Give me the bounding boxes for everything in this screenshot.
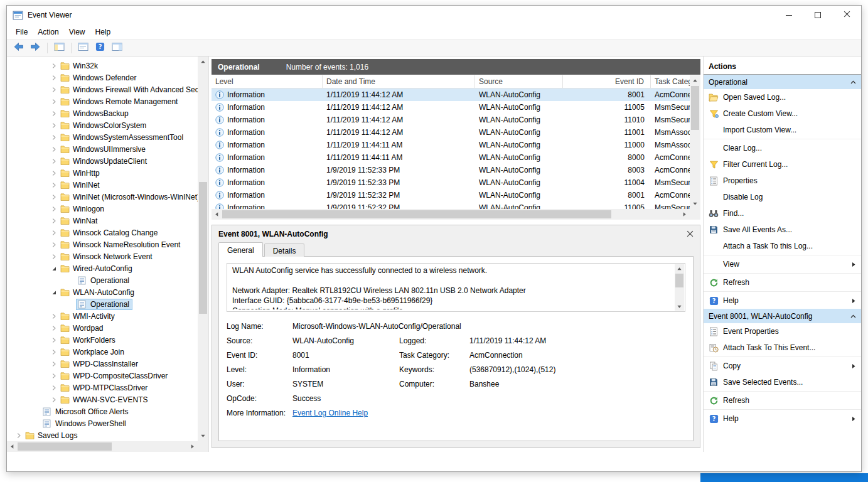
tree-item-row[interactable]: WinINet [58, 179, 103, 191]
tree-item[interactable]: Operational [7, 274, 198, 286]
chevron-collapsed-icon[interactable] [50, 397, 58, 403]
chevron-collapsed-icon[interactable] [14, 432, 23, 439]
action-save-selected-events[interactable]: Save Selected Events... [704, 374, 861, 390]
tree-item[interactable]: Saved Logs [7, 429, 198, 441]
tree-item-row[interactable]: Windows Defender [58, 72, 139, 83]
scroll-down-icon[interactable] [690, 198, 700, 209]
actions-section-event-8001-wlan-autoconfig[interactable]: Event 8001, WLAN-AutoConfig [704, 309, 861, 323]
scroll-right-icon[interactable] [187, 441, 198, 452]
tree-item[interactable]: WinINet [7, 179, 198, 191]
tree-item[interactable]: Wordpad [7, 322, 198, 334]
action-clear-log[interactable]: Clear Log... [704, 140, 861, 156]
tree-item[interactable]: WorkFolders [7, 334, 198, 346]
toolbar-help-button[interactable]: ? [92, 41, 108, 55]
scrollbar-thumb[interactable] [222, 210, 611, 218]
action-properties[interactable]: Properties [704, 173, 861, 189]
tree-item-row[interactable]: WindowsSystemAssessmentTool [58, 132, 186, 143]
minimize-button[interactable] [774, 6, 803, 24]
scroll-down-icon[interactable] [198, 431, 208, 441]
chevron-collapsed-icon[interactable] [50, 242, 58, 248]
column-header-event-id[interactable]: Event ID [563, 75, 651, 88]
tree-item-row[interactable]: Wordpad [58, 323, 106, 334]
tree-item-row[interactable]: Wired-AutoConfig [58, 263, 136, 274]
scroll-up-icon[interactable] [690, 75, 700, 86]
action-help[interactable]: ?Help [704, 292, 861, 309]
chevron-collapsed-icon[interactable] [50, 313, 58, 319]
tree-item-row[interactable]: Windows Firewall With Advanced Security [58, 84, 198, 95]
chevron-collapsed-icon[interactable] [50, 170, 58, 176]
chevron-collapsed-icon[interactable] [50, 146, 58, 153]
tree-item[interactable]: WindowsColorSystem [7, 119, 198, 131]
chevron-collapsed-icon[interactable] [50, 325, 58, 331]
tree-item-row[interactable]: WindowsUpdateClient [58, 156, 150, 167]
chevron-collapsed-icon[interactable] [50, 122, 58, 129]
collapse-section-icon[interactable] [850, 80, 856, 84]
tree-item[interactable]: Winsock Catalog Change [7, 227, 198, 238]
tree-item-row[interactable]: WPD-CompositeClassDriver [58, 370, 171, 382]
list-horizontal-scrollbar[interactable] [212, 209, 690, 220]
menu-help[interactable]: Help [90, 26, 116, 38]
event-row[interactable]: Information1/11/2019 11:44:11 AMWLAN-Aut… [212, 139, 690, 151]
tree-item-row[interactable]: WindowsColorSystem [58, 120, 149, 131]
tree-item-row[interactable]: Winsock Network Event [58, 251, 156, 262]
scroll-up-icon[interactable] [675, 264, 684, 273]
scroll-up-icon[interactable] [198, 56, 208, 67]
tree-item-row[interactable]: WorkFolders [58, 335, 119, 346]
scroll-right-icon[interactable] [679, 209, 690, 220]
event-row[interactable]: Information1/9/2019 11:52:33 PMWLAN-Auto… [212, 176, 690, 189]
toolbar-forward-button[interactable] [28, 41, 43, 55]
scroll-left-icon[interactable] [212, 209, 222, 220]
tree-item[interactable]: WLAN-AutoConfig [7, 286, 198, 298]
tree-horizontal-scrollbar[interactable] [7, 441, 198, 452]
tree-item[interactable]: WindowsUIImmersive [7, 143, 198, 155]
column-header-source[interactable]: Source [475, 75, 563, 88]
column-header-level[interactable]: Level [212, 75, 323, 88]
tree-item[interactable]: WMI-Activity [7, 310, 198, 322]
scroll-left-icon[interactable] [7, 441, 18, 452]
tree-item[interactable]: Microsoft Office Alerts [7, 405, 198, 417]
toolbar-show-console-tree-button[interactable] [51, 41, 67, 55]
action-import-custom-view[interactable]: Import Custom View... [704, 122, 861, 138]
collapse-section-icon[interactable] [850, 314, 856, 318]
scrollbar-thumb[interactable] [691, 86, 699, 130]
preview-close-icon[interactable] [687, 230, 694, 237]
scrollbar-thumb[interactable] [675, 274, 683, 287]
tree-item[interactable]: Windows Remote Management [7, 95, 198, 107]
tree-item-row[interactable]: Windows PowerShell [41, 418, 129, 429]
tree-item[interactable]: Operational [7, 298, 198, 310]
chevron-collapsed-icon[interactable] [50, 75, 58, 81]
tree-item-row[interactable]: WPD-ClassInstaller [58, 358, 141, 370]
tree-item[interactable]: Windows PowerShell [7, 417, 198, 429]
chevron-collapsed-icon[interactable] [50, 361, 58, 367]
scroll-down-icon[interactable] [675, 302, 684, 311]
tree-item[interactable]: WPD-MTPClassDriver [7, 382, 198, 394]
column-header-date-time[interactable]: Date and Time [323, 75, 475, 88]
tab-general[interactable]: General [218, 242, 263, 257]
action-copy[interactable]: Copy [704, 358, 861, 374]
menu-view[interactable]: View [64, 26, 90, 38]
tree-item-row[interactable]: Winsock NameResolution Event [58, 239, 183, 250]
tree-item-row[interactable]: WindowsUIImmersive [58, 144, 149, 155]
tree-item-row[interactable]: Operational [76, 299, 132, 310]
chevron-collapsed-icon[interactable] [50, 110, 58, 117]
tree-item-row[interactable]: WinHttp [58, 168, 103, 179]
chevron-collapsed-icon[interactable] [50, 337, 58, 343]
tree-item-row[interactable]: WPD-MTPClassDriver [58, 382, 151, 394]
chevron-expanded-icon[interactable] [50, 265, 58, 272]
event-row[interactable]: Information1/9/2019 11:52:33 PMWLAN-Auto… [212, 164, 690, 176]
actions-section-operational[interactable]: Operational [704, 75, 861, 89]
toolbar-console-window-button[interactable] [75, 41, 91, 55]
tree-item[interactable]: WinHttp [7, 167, 198, 179]
tree-item-row[interactable]: Windows Remote Management [58, 96, 181, 107]
tree-vertical-scrollbar[interactable] [198, 56, 208, 441]
tree-item-row[interactable]: WMI-Activity [58, 311, 118, 322]
tree-item-row[interactable]: Winsock Catalog Change [58, 227, 161, 238]
action-disable-log[interactable]: Disable Log [704, 189, 861, 205]
tree-item-row[interactable]: WLAN-AutoConfig [58, 287, 137, 298]
chevron-collapsed-icon[interactable] [50, 218, 58, 224]
chevron-collapsed-icon[interactable] [50, 134, 58, 141]
maximize-button[interactable] [803, 6, 832, 24]
tree-item-row[interactable]: Microsoft Office Alerts [41, 406, 131, 417]
action-attach-task-to-this-event[interactable]: Attach Task To This Event... [704, 340, 861, 356]
action-refresh[interactable]: Refresh [704, 392, 861, 409]
